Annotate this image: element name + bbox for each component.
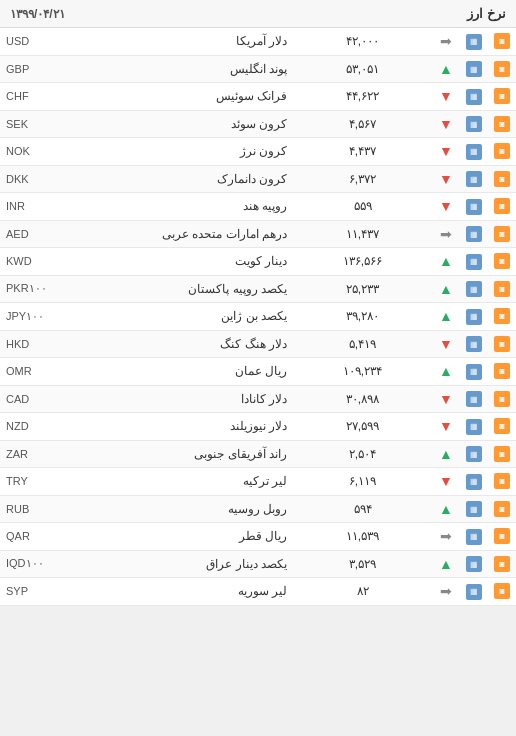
table-row: ◙▦▲۳,۵۲۹یکصد دینار عراقIQD۱۰۰ <box>0 550 516 578</box>
chart-icon[interactable]: ▦ <box>466 446 482 462</box>
rss-icon[interactable]: ◙ <box>494 308 510 324</box>
chart-cell: ▦ <box>460 385 488 413</box>
feed-cell: ◙ <box>488 138 516 166</box>
trend-arrow: ▼ <box>432 165 460 193</box>
currency-name: کرون دانمارک <box>55 165 293 193</box>
currency-name: درهم امارات متحده عربی <box>55 220 293 248</box>
currency-name: راند آفریقای جنوبی <box>55 440 293 468</box>
rss-icon[interactable]: ◙ <box>494 336 510 352</box>
arrow-neutral-icon: ➡ <box>440 226 452 242</box>
table-row: ◙▦▼۶,۳۷۲کرون دانمارکDKK <box>0 165 516 193</box>
price-cell: ۱۰۹,۲۳۴ <box>293 358 432 386</box>
table-row: ◙▦➡۱۱,۴۳۷درهم امارات متحده عربیAED <box>0 220 516 248</box>
price-cell: ۵,۴۱۹ <box>293 330 432 358</box>
currency-name: کرون سوئد <box>55 110 293 138</box>
currency-name: روبل روسیه <box>55 495 293 523</box>
rss-icon[interactable]: ◙ <box>494 253 510 269</box>
arrow-neutral-icon: ➡ <box>440 583 452 599</box>
table-row: ◙▦➡۱۱,۵۳۹ریال قطرQAR <box>0 523 516 551</box>
chart-icon[interactable]: ▦ <box>466 419 482 435</box>
feed-cell: ◙ <box>488 578 516 606</box>
chart-cell: ▦ <box>460 165 488 193</box>
rss-icon[interactable]: ◙ <box>494 171 510 187</box>
trend-arrow: ▼ <box>432 330 460 358</box>
arrow-down-icon: ▼ <box>439 171 453 187</box>
currency-name: ریال عمان <box>55 358 293 386</box>
chart-icon[interactable]: ▦ <box>466 144 482 160</box>
rss-icon[interactable]: ◙ <box>494 116 510 132</box>
feed-cell: ◙ <box>488 495 516 523</box>
chart-icon[interactable]: ▦ <box>466 34 482 50</box>
rss-icon[interactable]: ◙ <box>494 473 510 489</box>
rss-icon[interactable]: ◙ <box>494 61 510 77</box>
trend-arrow: ➡ <box>432 523 460 551</box>
currency-code: RUB <box>0 495 55 523</box>
rss-icon[interactable]: ◙ <box>494 88 510 104</box>
feed-cell: ◙ <box>488 413 516 441</box>
chart-cell: ▦ <box>460 193 488 221</box>
chart-icon[interactable]: ▦ <box>466 556 482 572</box>
arrow-up-icon: ▲ <box>439 446 453 462</box>
table-row: ◙▦▼۶,۱۱۹لیر ترکیهTRY <box>0 468 516 496</box>
rss-icon[interactable]: ◙ <box>494 446 510 462</box>
rss-icon[interactable]: ◙ <box>494 391 510 407</box>
chart-icon[interactable]: ▦ <box>466 529 482 545</box>
rss-icon[interactable]: ◙ <box>494 33 510 49</box>
arrow-down-icon: ▼ <box>439 143 453 159</box>
rss-icon[interactable]: ◙ <box>494 198 510 214</box>
rss-icon[interactable]: ◙ <box>494 556 510 572</box>
price-cell: ۳,۵۲۹ <box>293 550 432 578</box>
table-row: ◙▦▲۵۳,۰۵۱پوند انگلیسGBP <box>0 55 516 83</box>
trend-arrow: ▼ <box>432 83 460 111</box>
price-cell: ۴,۵۶۷ <box>293 110 432 138</box>
price-cell: ۱۱,۵۳۹ <box>293 523 432 551</box>
table-row: ◙▦▼۴,۵۶۷کرون سوئدSEK <box>0 110 516 138</box>
price-cell: ۲,۵۰۴ <box>293 440 432 468</box>
chart-icon[interactable]: ▦ <box>466 61 482 77</box>
trend-arrow: ▲ <box>432 55 460 83</box>
rss-icon[interactable]: ◙ <box>494 418 510 434</box>
currency-code: HKD <box>0 330 55 358</box>
currency-code: NOK <box>0 138 55 166</box>
rss-icon[interactable]: ◙ <box>494 281 510 297</box>
chart-icon[interactable]: ▦ <box>466 226 482 242</box>
chart-icon[interactable]: ▦ <box>466 309 482 325</box>
arrow-up-icon: ▲ <box>439 253 453 269</box>
trend-arrow: ▼ <box>432 110 460 138</box>
chart-cell: ▦ <box>460 468 488 496</box>
currency-code: USD <box>0 28 55 55</box>
rss-icon[interactable]: ◙ <box>494 583 510 599</box>
currency-name: دلار کانادا <box>55 385 293 413</box>
price-cell: ۱۳۶,۵۶۶ <box>293 248 432 276</box>
chart-icon[interactable]: ▦ <box>466 89 482 105</box>
rss-icon[interactable]: ◙ <box>494 143 510 159</box>
currency-code: CAD <box>0 385 55 413</box>
chart-icon[interactable]: ▦ <box>466 364 482 380</box>
chart-icon[interactable]: ▦ <box>466 254 482 270</box>
price-cell: ۴۴,۶۲۲ <box>293 83 432 111</box>
chart-icon[interactable]: ▦ <box>466 474 482 490</box>
chart-icon[interactable]: ▦ <box>466 199 482 215</box>
rss-icon[interactable]: ◙ <box>494 363 510 379</box>
chart-icon[interactable]: ▦ <box>466 116 482 132</box>
arrow-down-icon: ▼ <box>439 88 453 104</box>
chart-icon[interactable]: ▦ <box>466 336 482 352</box>
rss-icon[interactable]: ◙ <box>494 226 510 242</box>
chart-icon[interactable]: ▦ <box>466 391 482 407</box>
feed-cell: ◙ <box>488 83 516 111</box>
arrow-neutral-icon: ➡ <box>440 528 452 544</box>
rss-icon[interactable]: ◙ <box>494 501 510 517</box>
chart-icon[interactable]: ▦ <box>466 281 482 297</box>
chart-icon[interactable]: ▦ <box>466 501 482 517</box>
chart-cell: ▦ <box>460 83 488 111</box>
feed-cell: ◙ <box>488 55 516 83</box>
currency-name: ریال قطر <box>55 523 293 551</box>
chart-cell: ▦ <box>460 275 488 303</box>
rss-icon[interactable]: ◙ <box>494 528 510 544</box>
trend-arrow: ▼ <box>432 385 460 413</box>
feed-cell: ◙ <box>488 303 516 331</box>
chart-icon[interactable]: ▦ <box>466 584 482 600</box>
currency-code: TRY <box>0 468 55 496</box>
chart-icon[interactable]: ▦ <box>466 171 482 187</box>
currency-name: یکصد بن ژاین <box>55 303 293 331</box>
